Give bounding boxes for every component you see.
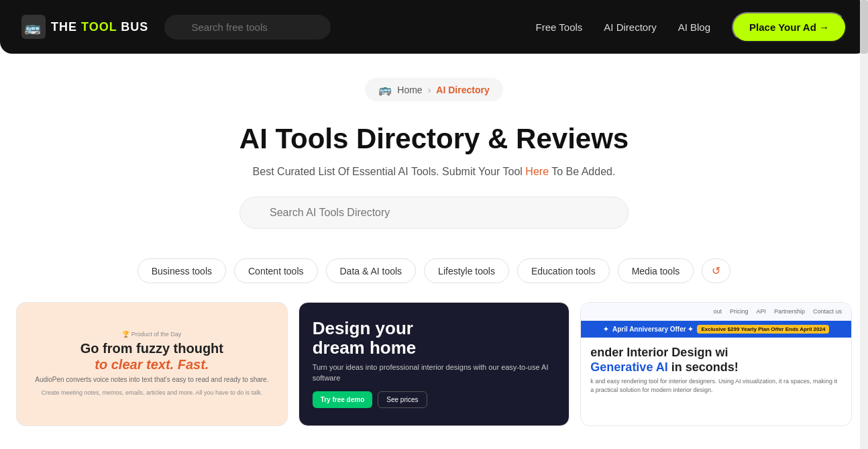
card-subtitle: Turn your ideas into professional interi… — [313, 362, 556, 383]
directory-search-input[interactable] — [239, 197, 629, 229]
card-banner-tag: Exclusive $299 Yearly Plan Offer Ends Ap… — [697, 325, 829, 334]
nav-link-free-tools[interactable]: Free Tools — [536, 21, 583, 33]
hero-subtitle: Best Curated List Of Essential AI Tools.… — [13, 166, 855, 178]
nav-search-wrapper: 🔍 — [164, 15, 379, 40]
card-title: ender Interior Design wi Generative AI i… — [590, 346, 842, 375]
card-desc: Create meeting notes, memos, emails, art… — [35, 389, 268, 397]
nav-links: Free Tools AI Directory AI Blog Place Yo… — [536, 12, 847, 42]
filter-business-tools[interactable]: Business tools — [138, 258, 226, 283]
breadcrumb-area: 🚌 Home › AI Directory — [0, 78, 868, 101]
svg-text:🚌: 🚌 — [24, 19, 41, 36]
logo[interactable]: 🚌 THE TOOL BUS — [21, 15, 148, 39]
card-nav-api[interactable]: API — [756, 308, 766, 315]
filter-data-ai-tools[interactable]: Data & AI tools — [326, 258, 417, 283]
tool-cards-area: 🏆 Product of the Day Go from fuzzy thoug… — [0, 302, 868, 440]
nav-link-ai-blog[interactable]: AI Blog — [678, 21, 710, 33]
hero-submit-link[interactable]: Here — [525, 166, 549, 177]
hero-subtitle-text: Best Curated List Of Essential AI Tools.… — [253, 166, 526, 177]
nav-link-ai-directory[interactable]: AI Directory — [604, 21, 656, 33]
navbar: 🚌 THE TOOL BUS 🔍 Free Tools AI Directory… — [0, 0, 868, 54]
card-nav-partnership[interactable]: Partnership — [774, 308, 805, 315]
card-subtitle: AudioPen converts voice notes into text … — [35, 375, 268, 385]
card-header: out Pricing API Partnership Contact us — [581, 303, 851, 321]
breadcrumb-separator: › — [428, 85, 431, 95]
hero-section: AI Tools Directory & Reviews Best Curate… — [0, 101, 868, 258]
card-title: Design yourdream home — [313, 319, 556, 357]
card-buttons: Try free demo See prices — [313, 391, 556, 408]
logo-icon: 🚌 — [21, 15, 46, 39]
place-your-ad-button[interactable]: Place Your Ad → — [732, 12, 847, 42]
card-nav-out: out — [713, 308, 722, 315]
logo-text: THE TOOL BUS — [51, 20, 148, 34]
card-nav-contact[interactable]: Contact us — [813, 308, 842, 315]
breadcrumb-home[interactable]: Home — [397, 85, 422, 95]
filter-lifestyle-tools[interactable]: Lifestyle tools — [424, 258, 509, 283]
tool-card-audiopen[interactable]: 🏆 Product of the Day Go from fuzzy thoug… — [16, 302, 288, 426]
page-title: AI Tools Directory & Reviews — [13, 123, 855, 155]
main-search-wrapper: 🔍 — [13, 197, 855, 229]
filter-tags-row: Business tools Content tools Data & AI t… — [0, 258, 868, 302]
try-free-demo-button[interactable]: Try free demo — [313, 391, 373, 408]
filter-content-tools[interactable]: Content tools — [234, 258, 318, 283]
refresh-filters-button[interactable]: ↺ — [702, 258, 730, 283]
nav-search-input[interactable] — [164, 15, 331, 40]
card-nav-pricing[interactable]: Pricing — [730, 308, 749, 315]
breadcrumb-current: AI Directory — [436, 85, 489, 95]
hero-subtitle-after: To Be Added. — [549, 166, 615, 177]
see-prices-button[interactable]: See prices — [378, 391, 427, 408]
card-subtitle: k and easy rendering tool for interior d… — [590, 377, 842, 394]
card-banner: ✦ April Anniversary Offer ✦ Exclusive $2… — [581, 321, 851, 338]
breadcrumb-icon: 🚌 — [378, 83, 392, 96]
main-search-container: 🔍 — [239, 197, 629, 229]
card-title: Go from fuzzy thought to clear text. Fas… — [35, 340, 268, 372]
tool-card-dream-home[interactable]: Design yourdream home Turn your ideas in… — [299, 302, 570, 426]
tool-card-interior-ai[interactable]: out Pricing API Partnership Contact us ✦… — [580, 302, 852, 426]
card-badge: 🏆 Product of the Day — [35, 331, 268, 338]
filter-education-tools[interactable]: Education tools — [517, 258, 610, 283]
filter-media-tools[interactable]: Media tools — [618, 258, 694, 283]
breadcrumb: 🚌 Home › AI Directory — [365, 78, 502, 101]
